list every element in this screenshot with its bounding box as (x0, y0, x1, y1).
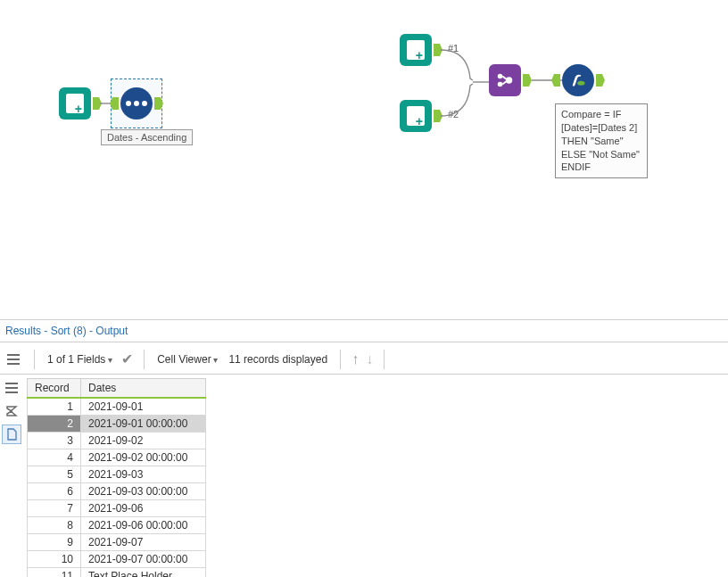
sort-tool-label: Dates - Ascending (101, 129, 193, 145)
record-number-cell[interactable]: 2 (28, 416, 81, 433)
svg-point-2 (506, 77, 512, 83)
svg-rect-9 (5, 392, 18, 393)
workflow-canvas[interactable]: Dates - Ascending #1 #2 C (0, 0, 728, 317)
column-header-record[interactable]: Record (28, 379, 81, 399)
dates-cell[interactable]: 2021-09-01 00:00:00 (81, 416, 206, 433)
dates-cell[interactable]: 2021-09-02 (81, 433, 206, 449)
table-row[interactable]: 32021-09-02 (28, 433, 206, 449)
formula-annotation: Compare = IF [Dates]=[Dates 2] THEN "Sam… (555, 103, 648, 178)
record-number-cell[interactable]: 8 (28, 517, 81, 534)
join-multiple-tool[interactable] (489, 64, 521, 96)
table-row[interactable]: 11Text Place Holder (28, 568, 206, 578)
record-number-cell[interactable]: 6 (28, 483, 81, 500)
dates-cell[interactable]: 2021-09-07 00:00:00 (81, 551, 206, 568)
records-count-label: 11 records displayed (227, 353, 329, 366)
dates-cell[interactable]: 2021-09-06 00:00:00 (81, 517, 206, 534)
page-icon[interactable] (2, 425, 21, 444)
svg-point-0 (498, 74, 503, 79)
svg-rect-4 (7, 354, 20, 356)
svg-rect-5 (7, 359, 20, 360)
metadata-toggle-icon[interactable] (4, 350, 23, 369)
formula-tool[interactable] (562, 64, 594, 96)
svg-point-3 (577, 81, 584, 86)
output-anchor[interactable] (523, 74, 532, 87)
record-number-cell[interactable]: 9 (28, 534, 81, 551)
input-data-tool-3[interactable] (400, 100, 432, 132)
dates-cell[interactable]: 2021-09-03 (81, 466, 206, 483)
dates-cell[interactable]: Text Place Holder (81, 568, 206, 578)
fields-dropdown[interactable]: 1 of 1 Fields (46, 353, 114, 366)
check-icon[interactable]: ✔ (121, 350, 133, 367)
dates-cell[interactable]: 2021-09-07 (81, 534, 206, 551)
results-side-toolbar (2, 378, 23, 444)
table-row[interactable]: 22021-09-01 00:00:00 (28, 416, 206, 433)
table-row[interactable]: 72021-09-06 (28, 500, 206, 517)
results-toolbar: 1 of 1 Fields ✔ Cell Viewer 11 records d… (0, 344, 728, 375)
sigma-icon[interactable] (2, 401, 21, 421)
record-number-cell[interactable]: 3 (28, 433, 81, 449)
table-row[interactable]: 92021-09-07 (28, 534, 206, 551)
record-number-cell[interactable]: 11 (28, 568, 81, 578)
table-row[interactable]: 12021-09-01 (28, 398, 206, 416)
table-row[interactable]: 42021-09-02 00:00:00 (28, 449, 206, 466)
dates-cell[interactable]: 2021-09-03 00:00:00 (81, 483, 206, 500)
table-row[interactable]: 82021-09-06 00:00:00 (28, 517, 206, 534)
sort-tool[interactable] (120, 87, 153, 120)
record-number-cell[interactable]: 1 (28, 398, 81, 416)
svg-point-1 (498, 82, 503, 87)
dates-cell[interactable]: 2021-09-06 (81, 500, 206, 517)
record-number-cell[interactable]: 4 (28, 449, 81, 466)
record-number-cell[interactable]: 7 (28, 500, 81, 517)
dates-cell[interactable]: 2021-09-01 (81, 398, 206, 416)
arrow-down-icon[interactable]: ↓ (366, 351, 373, 367)
table-row[interactable]: 102021-09-07 00:00:00 (28, 551, 206, 568)
arrow-up-icon[interactable]: ↑ (352, 351, 359, 367)
cell-viewer-dropdown[interactable]: Cell Viewer (155, 353, 219, 366)
results-grid[interactable]: Record Dates 12021-09-0122021-09-01 00:0… (27, 378, 206, 577)
table-row[interactable]: 52021-09-03 (28, 466, 206, 483)
dates-cell[interactable]: 2021-09-02 00:00:00 (81, 449, 206, 466)
input-data-tool-2[interactable] (400, 34, 432, 66)
table-row[interactable]: 62021-09-03 00:00:00 (28, 483, 206, 500)
results-title[interactable]: Results - Sort (8) - Output (0, 319, 728, 342)
view-list-icon[interactable] (2, 378, 21, 398)
svg-rect-7 (5, 383, 18, 384)
record-number-cell[interactable]: 5 (28, 466, 81, 483)
column-header-dates[interactable]: Dates (81, 379, 206, 399)
input-data-tool-1[interactable] (59, 87, 91, 120)
record-number-cell[interactable]: 10 (28, 551, 81, 568)
svg-rect-8 (5, 387, 18, 389)
svg-rect-6 (7, 363, 20, 365)
output-anchor[interactable] (596, 74, 605, 87)
